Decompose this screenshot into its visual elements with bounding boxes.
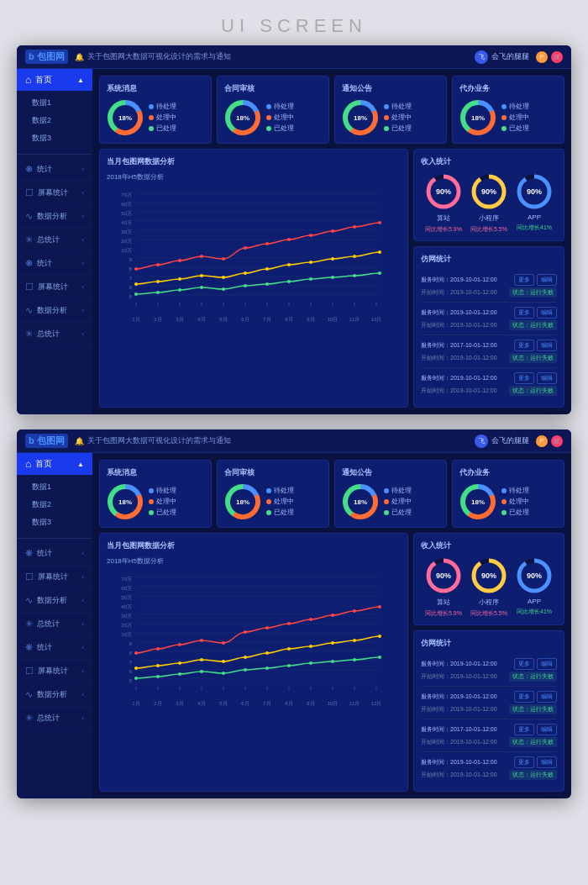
stat-card-1: 合同审核 18% 待处理 [217, 460, 329, 528]
bell-icon: 🔔 [75, 53, 84, 61]
sim-date-1: 服务时间：2019-10-01-12:00 [421, 308, 497, 317]
donut-0: 18% [107, 483, 144, 520]
sidebar-menu-item-1[interactable]: ☐ 屏幕统计 › [17, 182, 92, 205]
p-icon[interactable]: P [536, 435, 548, 447]
legend-label-2-2: 已处理 [391, 124, 412, 133]
svg-text:6: 6 [129, 285, 133, 290]
sidebar-menu-item-6[interactable]: ∿ 数据分析 › [17, 299, 92, 323]
sidebar-menu-item-4[interactable]: ❋ 统计 › [17, 252, 92, 276]
donut-0: 18% [107, 99, 144, 136]
sidebar-menu-item-5[interactable]: ☐ 屏幕统计 › [17, 276, 92, 299]
donut-label-1: 18% [236, 498, 249, 506]
sim-btn-1-1[interactable]: 编辑 [537, 307, 557, 319]
sim-actions-3: 更多编辑 [514, 372, 557, 384]
sidebar-menu-item-4[interactable]: ❋ 统计 › [17, 636, 92, 660]
sim-btn-0-0[interactable]: 更多 [514, 274, 534, 286]
sidebar-menu-item-2[interactable]: ∿ 数据分析 › [17, 589, 92, 613]
sim-btn-2-1[interactable]: 编辑 [537, 724, 557, 735]
sim-btn-2-1[interactable]: 编辑 [537, 340, 557, 351]
menu-icon-5: ☐ [25, 666, 34, 677]
menu-label-3: 总统计 [37, 234, 60, 245]
sidebar-sub-item-0[interactable]: 数据1 [17, 94, 92, 112]
donut-3: 18% [459, 483, 496, 520]
sim-actions-0: 更多编辑 [514, 658, 557, 670]
chevron-right-icon-3: › [81, 236, 84, 244]
chevron-right-icon-2: › [81, 213, 84, 220]
sidebar-sub-item-0[interactable]: 数据1 [17, 478, 92, 496]
sidebar-menu-item-6[interactable]: ∿ 数据分析 › [17, 683, 92, 707]
sidebar-menu-item-3[interactable]: ✳ 总统计 › [17, 229, 92, 252]
menu-icon-6: ∿ [25, 689, 33, 700]
sim-btn-3-1[interactable]: 编辑 [537, 756, 557, 768]
sim-btn-1-1[interactable]: 编辑 [537, 691, 557, 703]
legend-label-2-0: 待处理 [391, 103, 412, 111]
rev-change-1: 同比增长5.5% [470, 609, 507, 618]
sidebar-menu-item-2[interactable]: ∿ 数据分析 › [17, 205, 92, 229]
sidebar-menu-item-7[interactable]: ✳ 总统计 › [17, 323, 92, 346]
legend-dot-3-0 [501, 488, 507, 493]
menu-label-2: 数据分析 [37, 595, 67, 606]
sim-date-3: 服务时间：2019-10-01-12:00 [421, 758, 497, 766]
menu-label-5: 屏幕统计 [38, 282, 68, 292]
menu-label-1: 屏幕统计 [38, 187, 68, 198]
sim-btn-3-0[interactable]: 更多 [514, 372, 534, 384]
svg-text:30万: 30万 [121, 229, 132, 234]
svg-text:9: 9 [129, 641, 133, 646]
svg-text:7: 7 [129, 660, 133, 665]
sidebar-menu-item-0[interactable]: ❋ 统计 › [17, 158, 92, 182]
sim-btn-2-0[interactable]: 更多 [514, 724, 534, 735]
svg-text:30万: 30万 [121, 614, 132, 619]
sidebar-sub-item-1[interactable]: 数据2 [17, 112, 92, 129]
svg-text:50万: 50万 [121, 211, 132, 216]
topbar-notice: 🔔 关于包图网大数据可视化设计的需求与通知 [75, 51, 468, 62]
legend-label-0-2: 已处理 [156, 124, 176, 133]
p-icon[interactable]: P [536, 51, 548, 63]
sidebar-sub-item-2[interactable]: 数据3 [17, 514, 92, 531]
svg-point-204 [353, 658, 356, 661]
sidebar-menu-item-3[interactable]: ✳ 总统计 › [17, 613, 92, 636]
sidebar-menu-item-1[interactable]: ☐ 屏幕统计 › [17, 566, 92, 589]
rev-label-0: 90% [436, 572, 451, 580]
sidebar-menu-item-5[interactable]: ☐ 屏幕统计 › [17, 660, 92, 683]
svg-text:40万: 40万 [121, 604, 132, 609]
sidebar-home[interactable]: ⌂ 首页 ▲ [17, 453, 92, 475]
sidebar-sub-item-2[interactable]: 数据3 [17, 129, 92, 147]
cart-icon[interactable]: 🛒 [551, 51, 563, 63]
chevron-up-icon: ▲ [77, 461, 84, 468]
sim-row-3: 服务时间：2019-10-01-12:00 更多编辑 开始时间：2019-10-… [421, 368, 557, 400]
sim-sub-2: 开始时间：2019-10-01-12:00 [421, 354, 497, 362]
stat-card-0: 系统消息 18% 待处理 [99, 460, 212, 528]
svg-point-71 [287, 238, 291, 241]
svg-point-196 [178, 672, 181, 676]
svg-point-90 [178, 288, 181, 292]
sim-status-2: 状态：运行失败 [509, 353, 557, 363]
svg-point-85 [331, 257, 334, 261]
sim-btn-0-1[interactable]: 编辑 [537, 274, 557, 286]
sim-btn-3-1[interactable]: 编辑 [537, 372, 557, 384]
sim-btn-3-0[interactable]: 更多 [514, 756, 534, 768]
sim-btn-1-0[interactable]: 更多 [514, 307, 534, 319]
rev-label-2: 90% [527, 572, 542, 580]
sim-row-2: 服务时间：2017-10-01-12:00 更多编辑 开始时间：2019-10-… [421, 719, 557, 752]
sim-btn-0-1[interactable]: 编辑 [537, 658, 557, 670]
legend-dot-2-1 [384, 499, 389, 504]
sidebar-menu-item-7[interactable]: ✳ 总统计 › [17, 707, 92, 730]
stat-card-title-3: 代办业务 [459, 467, 557, 478]
menu-icon-3: ✳ [25, 619, 33, 630]
sim-row-3: 服务时间：2019-10-01-12:00 更多编辑 开始时间：2019-10-… [421, 752, 557, 784]
sidebar-menu-item-0[interactable]: ❋ 统计 › [17, 542, 92, 566]
svg-text:9月: 9月 [307, 317, 314, 322]
cart-icon[interactable]: 🛒 [551, 435, 563, 447]
sidebar-home[interactable]: ⌂ 首页 ▲ [17, 69, 92, 91]
sidebar-sub-item-1[interactable]: 数据2 [17, 496, 92, 514]
svg-point-76 [134, 282, 138, 286]
menu-label-0: 统计 [37, 164, 52, 175]
svg-text:10万: 10万 [121, 632, 132, 637]
sim-btn-0-0[interactable]: 更多 [514, 658, 534, 670]
sim-btn-1-0[interactable]: 更多 [514, 691, 534, 703]
svg-point-197 [200, 670, 203, 673]
rev-circle-2: 90% APP 同比增长41% [515, 556, 554, 618]
bell-icon: 🔔 [75, 437, 84, 445]
legend-3: 待处理 处理中 已处理 [501, 487, 529, 517]
sim-btn-2-0[interactable]: 更多 [514, 340, 534, 351]
